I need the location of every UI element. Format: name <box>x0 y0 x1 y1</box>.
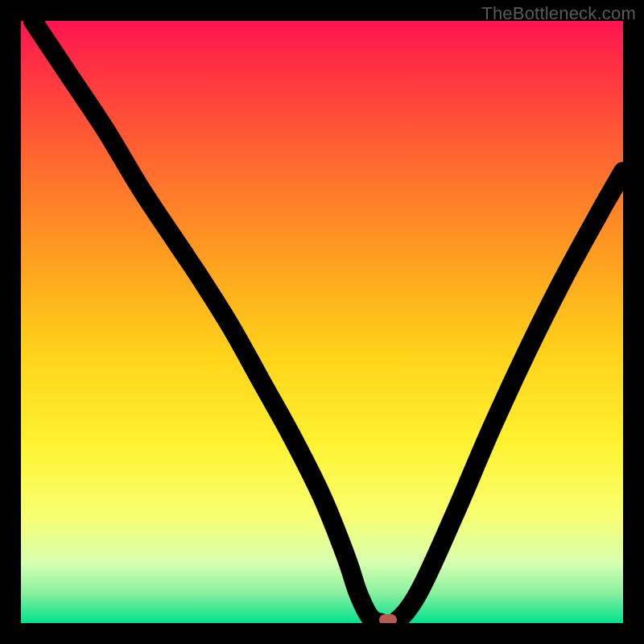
background-gradient <box>21 21 623 623</box>
optimal-point-marker <box>379 614 397 623</box>
chart-frame: TheBottleneck.com <box>0 0 644 644</box>
svg-rect-0 <box>21 21 623 623</box>
watermark-text: TheBottleneck.com <box>481 3 636 24</box>
plot-area <box>21 21 623 623</box>
